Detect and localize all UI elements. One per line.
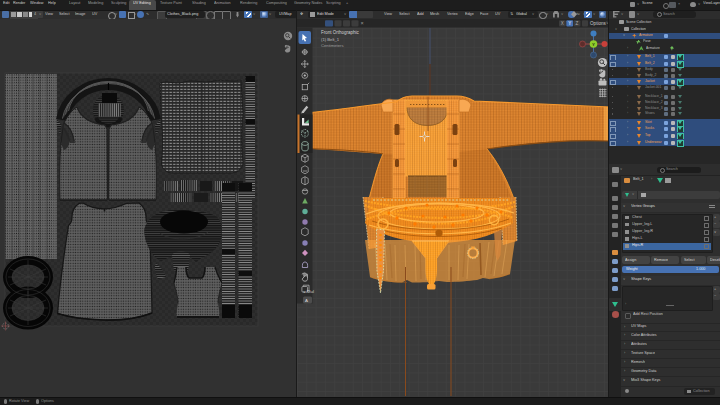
svg-text:×: × [361,20,364,26]
svg-text:˅ Mul: ˅ Mul [303,289,314,294]
svg-text:Front Orthographic: Front Orthographic [321,30,360,35]
svg-text:X: X [561,21,564,26]
svg-text:(1) Belt_1: (1) Belt_1 [321,37,340,42]
svg-text:Z: Z [576,21,579,26]
svg-text:Y: Y [592,42,595,47]
svg-text:Options: Options [590,21,607,26]
svg-text:Y: Y [568,21,571,26]
svg-text:A: A [305,298,308,303]
svg-text:Centimeters: Centimeters [321,43,344,48]
